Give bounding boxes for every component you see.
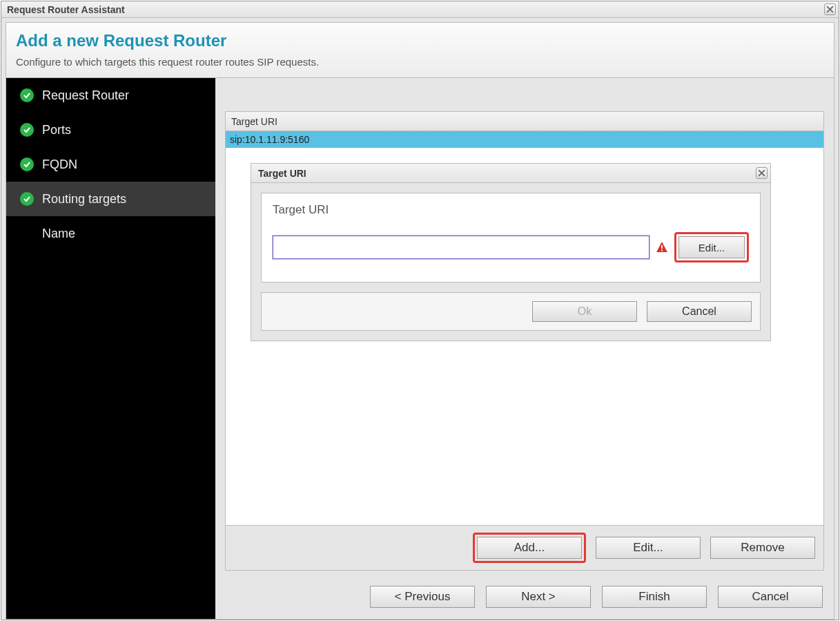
sidebar-item-request-router[interactable]: Request Router bbox=[6, 78, 215, 113]
titlebar: Request Router Assistant bbox=[1, 1, 839, 18]
sidebar-item-fqdn[interactable]: FQDN bbox=[6, 147, 215, 182]
check-icon bbox=[20, 192, 34, 206]
dialog-field-block: Target URI Edit... bbox=[261, 193, 761, 283]
wizard-sidebar: Request Router Ports FQDN Routing target… bbox=[6, 78, 215, 619]
sidebar-item-routing-targets[interactable]: Routing targets bbox=[6, 182, 215, 216]
svg-rect-1 bbox=[661, 250, 663, 251]
edit-target-button[interactable]: Edit... bbox=[596, 537, 701, 559]
target-uri-dialog: Target URI Target URI bbox=[251, 163, 771, 341]
input-row: Edit... bbox=[273, 232, 749, 262]
sidebar-item-label: Ports bbox=[42, 123, 71, 137]
close-icon[interactable] bbox=[756, 167, 768, 179]
dialog-titlebar: Target URI bbox=[251, 164, 770, 183]
warning-icon bbox=[655, 240, 669, 254]
dialog-body: Target URI Edit... bbox=[251, 183, 770, 341]
check-icon bbox=[20, 123, 34, 137]
table-row[interactable]: sip:10.1.11.9:5160 bbox=[226, 131, 823, 148]
sidebar-item-label: FQDN bbox=[42, 157, 77, 172]
previous-button[interactable]: < Previous bbox=[370, 586, 475, 608]
assistant-window: Request Router Assistant Add a new Reque… bbox=[1, 1, 839, 620]
sidebar-item-label: Request Router bbox=[42, 88, 129, 103]
target-uri-label: Target URI bbox=[273, 203, 749, 217]
window-title: Request Router Assistant bbox=[7, 4, 824, 15]
page-subtitle: Configure to which targets this request … bbox=[16, 56, 824, 68]
main-panel: Target URI sip:10.1.11.9:5160 Target URI bbox=[215, 78, 834, 619]
dialog-title: Target URI bbox=[258, 168, 306, 179]
next-button[interactable]: Next > bbox=[486, 586, 591, 608]
header-panel: Add a new Request Router Configure to wh… bbox=[6, 22, 834, 78]
highlight: Add... bbox=[473, 533, 586, 563]
remove-target-button[interactable]: Remove bbox=[710, 537, 815, 559]
finish-button[interactable]: Finish bbox=[602, 586, 707, 608]
highlight: Edit... bbox=[674, 232, 749, 262]
sidebar-item-ports[interactable]: Ports bbox=[6, 113, 215, 147]
page-title: Add a new Request Router bbox=[16, 31, 824, 50]
body: Request Router Ports FQDN Routing target… bbox=[6, 78, 834, 620]
check-icon bbox=[20, 88, 34, 102]
target-uri-input[interactable] bbox=[273, 236, 649, 259]
targets-table: Target URI sip:10.1.11.9:5160 Target URI bbox=[226, 112, 823, 525]
sidebar-item-label: Name bbox=[42, 227, 75, 241]
wizard-footer: < Previous Next > Finish Cancel bbox=[215, 576, 834, 619]
dialog-footer: Ok Cancel bbox=[261, 292, 761, 331]
column-header-target-uri[interactable]: Target URI bbox=[226, 112, 823, 131]
svg-rect-0 bbox=[661, 245, 663, 249]
sidebar-item-label: Routing targets bbox=[42, 192, 126, 207]
targets-panel: Target URI sip:10.1.11.9:5160 Target URI bbox=[225, 111, 824, 571]
edit-uri-button[interactable]: Edit... bbox=[678, 236, 745, 258]
check-icon bbox=[20, 157, 34, 171]
targets-buttons: Add... Edit... Remove bbox=[226, 525, 823, 570]
ok-button[interactable]: Ok bbox=[532, 301, 637, 322]
close-icon[interactable] bbox=[824, 3, 836, 15]
cancel-button[interactable]: Cancel bbox=[647, 301, 752, 322]
cancel-wizard-button[interactable]: Cancel bbox=[718, 586, 823, 608]
sidebar-item-name[interactable]: Name bbox=[6, 216, 215, 251]
add-target-button[interactable]: Add... bbox=[477, 537, 582, 559]
